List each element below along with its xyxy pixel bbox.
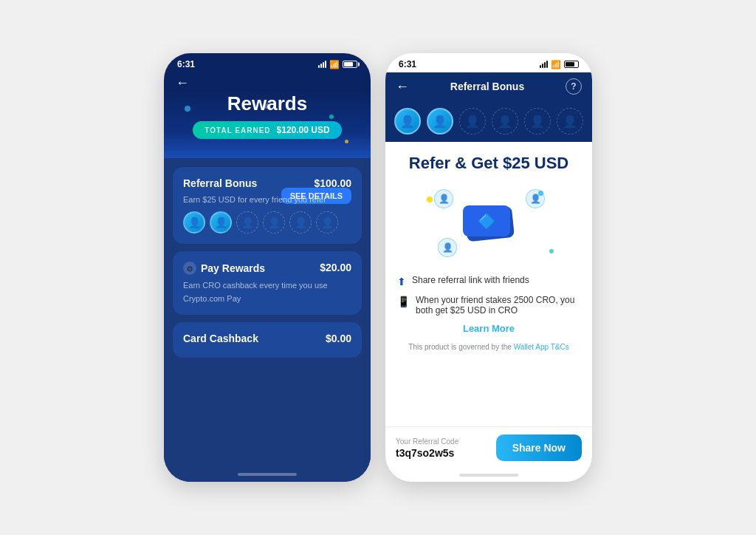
right-content: Refer & Get $25 USD 👤 👤 👤 🔷: [385, 142, 592, 426]
strip-avatar-inactive: 👤: [492, 108, 518, 134]
right-battery-icon: [564, 61, 579, 68]
share-now-button[interactable]: Share Now: [496, 435, 582, 461]
referral-code-label: Your Referral Code: [396, 437, 458, 446]
strip-avatar-active: 👤: [394, 108, 421, 134]
left-status-time: 6:31: [177, 59, 195, 69]
right-status-bar: 6:31 📶: [385, 53, 592, 72]
pay-card-header: ⊙ Pay Rewards $20.00: [183, 262, 351, 275]
left-status-bar: 6:31 📶: [164, 53, 371, 72]
avatar-inactive: 👤: [289, 211, 312, 234]
pay-icon: ⊙: [183, 262, 196, 275]
referral-card-title: Referral Bonus: [183, 177, 257, 189]
avatar-active: 👤: [210, 211, 232, 234]
referral-card-desc: Earn $25 USD for every friend you refer: [183, 195, 326, 204]
referral-code-section: Your Referral Code t3q7so2w5s: [396, 437, 458, 459]
avatar-inactive: 👤: [316, 211, 338, 234]
signal-icon: [318, 61, 326, 68]
avatar-inactive: 👤: [236, 211, 258, 234]
screenshot-container: 6:31 📶 ←: [0, 0, 756, 535]
strip-avatar-inactive: 👤: [524, 108, 551, 134]
strip-avatar-inactive: 👤: [459, 108, 486, 134]
strip-avatar-inactive: 👤: [557, 108, 583, 134]
referral-code: t3q7so2w5s: [396, 447, 458, 459]
right-signal-icon: [540, 61, 548, 68]
learn-more-link[interactable]: Learn More: [397, 323, 580, 334]
card-stack: 🔷: [463, 205, 515, 242]
right-home-bar: [459, 474, 518, 477]
decorative-dot: [345, 140, 348, 143]
left-home-indicator: [164, 467, 371, 482]
info-item-share: ⬆ Share referral link with friends: [397, 275, 580, 287]
cashback-card-title: Card Cashback: [183, 333, 258, 344]
right-status-icons: 📶: [540, 60, 579, 69]
decorative-dot: [185, 106, 190, 112]
right-back-button[interactable]: ←: [396, 79, 409, 95]
card-cashback-card[interactable]: Card Cashback $0.00: [173, 322, 362, 358]
card-front-icon: 🔷: [478, 212, 496, 230]
right-bottom-bar: Your Referral Code t3q7so2w5s Share Now: [385, 426, 592, 468]
float-user-icon: 👤: [434, 189, 453, 208]
share-link-icon: ⬆: [397, 276, 406, 287]
right-wifi-icon: 📶: [551, 60, 561, 69]
pay-card-amount: $20.00: [320, 262, 351, 273]
pay-rewards-card[interactable]: ⊙ Pay Rewards $20.00 Earn CRO cashback e…: [173, 251, 362, 315]
info-item-stake: 📱 When your friend stakes 2500 CRO, you …: [397, 295, 580, 316]
referral-card-header: Referral Bonus $100.00: [183, 177, 351, 189]
right-nav-title: Referral Bonus: [450, 81, 524, 92]
decorative-dot: [329, 115, 334, 119]
stake-icon: 📱: [397, 296, 410, 307]
avatar-active: 👤: [183, 211, 205, 234]
cashback-card-header: Card Cashback $0.00: [183, 333, 351, 344]
pay-rewards-title: ⊙ Pay Rewards: [183, 262, 265, 275]
pay-card-title: Pay Rewards: [201, 262, 265, 274]
right-phone: 6:31 📶 ← Referral Bonus ? 👤: [385, 53, 592, 482]
help-button[interactable]: ?: [566, 78, 582, 95]
float-dot-teal: [549, 249, 554, 253]
total-earned-badge: TOTAL EARNED $120.00 USD: [193, 121, 341, 139]
left-status-icons: 📶: [318, 60, 357, 69]
left-phone: 6:31 📶 ←: [164, 53, 371, 482]
decorative-triangle: [263, 103, 272, 109]
wifi-icon: 📶: [329, 60, 340, 69]
pay-card-desc: Earn CRO cashback every time you use Cry…: [183, 281, 328, 303]
total-earned-label: TOTAL EARNED: [205, 126, 270, 134]
right-home-indicator: [385, 468, 592, 482]
referral-illustration: 👤 👤 👤 🔷: [397, 183, 580, 265]
right-avatar-strip: 👤 👤 👤 👤 👤 👤: [385, 100, 592, 142]
float-user-icon: 👤: [438, 238, 457, 257]
info-item-stake-text: When your friend stakes 2500 CRO, you bo…: [416, 295, 580, 316]
total-earned-value: $120.00 USD: [277, 125, 330, 135]
left-back-button[interactable]: ←: [164, 72, 371, 92]
right-status-time: 6:31: [399, 59, 416, 69]
right-nav: ← Referral Bonus ?: [385, 72, 592, 100]
avatar-inactive: 👤: [263, 211, 285, 234]
referral-bonus-card[interactable]: Referral Bonus $100.00 Earn $25 USD for …: [173, 167, 362, 244]
terms-text: This product is governed by the Wallet A…: [397, 343, 580, 351]
battery-icon: [343, 61, 357, 68]
left-home-bar: [238, 473, 297, 476]
cashback-card-amount: $0.00: [326, 333, 351, 344]
terms-link[interactable]: Wallet App T&Cs: [514, 343, 569, 351]
float-user-icon: 👤: [526, 189, 545, 208]
card-front: 🔷: [463, 205, 510, 236]
float-dot-yellow: [427, 197, 433, 202]
referral-card-amount: $100.00: [314, 177, 351, 189]
refer-title: Refer & Get $25 USD: [397, 154, 580, 173]
rewards-header: Rewards TOTAL EARNED $120.00 USD: [164, 92, 371, 158]
rewards-cards: Referral Bonus $100.00 Earn $25 USD for …: [164, 158, 371, 467]
info-item-share-text: Share referral link with friends: [412, 275, 529, 285]
strip-avatar-active: 👤: [427, 108, 453, 134]
info-list: ⬆ Share referral link with friends 📱 Whe…: [397, 275, 580, 316]
referral-avatar-row: 👤 👤 👤 👤 👤 👤: [183, 211, 351, 234]
